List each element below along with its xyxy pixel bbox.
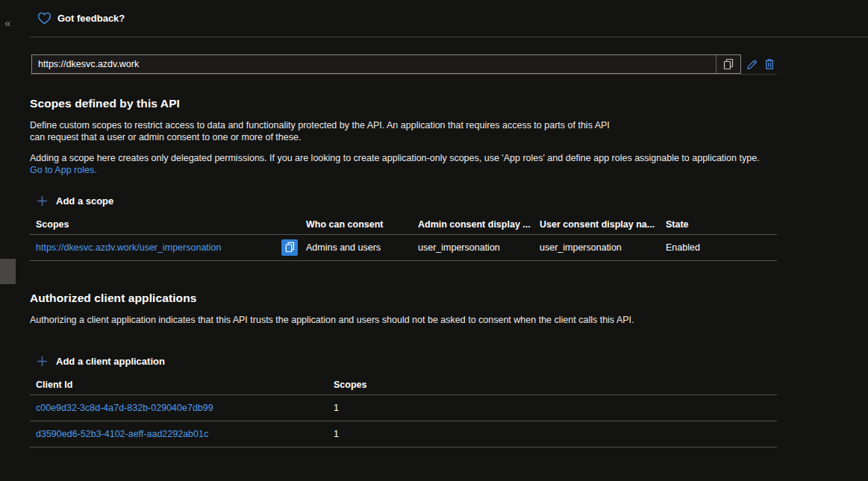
client-id-cell: c00e9d32-3c8d-4a7d-832b-029040e7db99 [30, 394, 334, 421]
copy-scope-button[interactable] [281, 239, 298, 256]
copy-icon [723, 58, 734, 70]
add-scope-button[interactable]: Add a scope [30, 195, 113, 207]
go-to-app-roles-link[interactable]: Go to App roles. [30, 165, 97, 175]
uri-row-divider [30, 74, 777, 75]
column-header-scopes[interactable]: Scopes [30, 215, 306, 234]
uri-action-buttons [746, 54, 775, 74]
scopes-count-cell: 1 [334, 421, 777, 447]
scope-link[interactable]: https://dkesvc.azdv.work/user_impersonat… [36, 242, 222, 253]
who-can-consent-cell: Admins and users [306, 234, 418, 260]
got-feedback-button[interactable]: Got feedback? [57, 13, 125, 24]
scopes-section-title: Scopes defined by this API [30, 97, 868, 110]
edit-uri-button[interactable] [746, 59, 758, 70]
scopes-table-header-row: Scopes Who can consent Admin consent dis… [30, 215, 777, 234]
application-id-uri-input[interactable] [32, 55, 716, 73]
column-header-admin-consent-display[interactable]: Admin consent display ... [418, 215, 540, 234]
expose-api-pane: Got feedback? [30, 0, 868, 447]
add-client-application-button[interactable]: Add a client application [30, 356, 165, 367]
client-id-cell: d3590ed6-52b3-4102-aeff-aad2292ab01c [30, 421, 334, 447]
user-consent-display-cell: user_impersonation [540, 234, 666, 260]
scopes-table: Scopes Who can consent Admin consent dis… [30, 215, 777, 261]
application-id-uri-field [31, 54, 741, 74]
column-header-who-can-consent[interactable]: Who can consent [306, 215, 418, 234]
state-cell: Enabled [666, 234, 777, 260]
copy-uri-button[interactable] [716, 55, 740, 73]
application-id-uri-row [30, 54, 777, 75]
column-header-user-consent-display[interactable]: User consent display na... [540, 215, 666, 234]
scopes-description-1: Define custom scopes to restrict access … [30, 120, 627, 143]
delete-uri-button[interactable] [764, 58, 775, 70]
pane-toolbar: Got feedback? [30, 0, 868, 37]
pencil-icon [746, 59, 758, 70]
client-id-link[interactable]: c00e9d32-3c8d-4a7d-832b-029040e7db99 [36, 403, 213, 413]
scopes-description-2-text: Adding a scope here creates only delegat… [30, 153, 760, 163]
clients-table-header-row: Client Id Scopes [30, 375, 777, 394]
add-client-application-label: Add a client application [56, 356, 165, 367]
plus-icon [37, 356, 48, 367]
clients-description: Authorizing a client application indicat… [30, 315, 634, 327]
feedback-heart-icon [37, 12, 51, 25]
column-header-scopes-count[interactable]: Scopes [334, 375, 777, 394]
scrollbar-thumb[interactable] [0, 259, 16, 284]
column-header-client-id[interactable]: Client Id [30, 375, 334, 394]
scope-cell: https://dkesvc.azdv.work/user_impersonat… [30, 234, 306, 260]
copy-icon [285, 242, 295, 253]
clients-section-title: Authorized client applications [30, 292, 868, 305]
collapse-pane-chevron-icon[interactable]: « [4, 16, 10, 29]
scope-table-row: https://dkesvc.azdv.work/user_impersonat… [30, 234, 777, 260]
add-scope-label: Add a scope [56, 195, 113, 207]
scopes-count-cell: 1 [334, 394, 777, 421]
column-header-state[interactable]: State [666, 215, 777, 234]
client-id-link[interactable]: d3590ed6-52b3-4102-aeff-aad2292ab01c [36, 429, 208, 439]
plus-icon [37, 195, 48, 207]
trash-icon [764, 58, 775, 70]
client-table-row: d3590ed6-52b3-4102-aeff-aad2292ab01c 1 [30, 421, 777, 447]
admin-consent-display-cell: user_impersonation [418, 234, 540, 260]
scopes-description-2: Adding a scope here creates only delegat… [30, 153, 772, 176]
client-table-row: c00e9d32-3c8d-4a7d-832b-029040e7db99 1 [30, 394, 777, 421]
authorized-clients-table: Client Id Scopes c00e9d32-3c8d-4a7d-832b… [30, 375, 777, 447]
